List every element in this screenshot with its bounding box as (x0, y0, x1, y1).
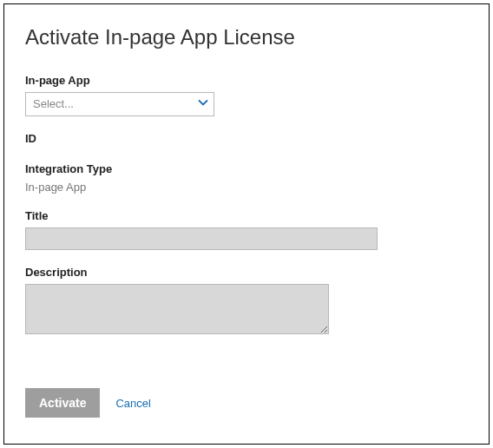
in-page-app-select-value[interactable]: Select... (25, 92, 214, 116)
description-input[interactable] (25, 284, 329, 334)
field-in-page-app: In-page App Select... (25, 74, 468, 116)
title-input[interactable] (25, 227, 378, 250)
title-label: Title (25, 209, 468, 222)
field-title: Title (25, 209, 468, 250)
in-page-app-label: In-page App (25, 74, 468, 87)
field-id: ID (25, 132, 468, 145)
form-actions: Activate Cancel (25, 388, 151, 418)
activate-button[interactable]: Activate (25, 388, 100, 418)
description-label: Description (25, 266, 468, 279)
field-description: Description (25, 266, 468, 338)
activate-license-panel: Activate In-page App License In-page App… (3, 3, 490, 445)
page-title: Activate In-page App License (25, 25, 468, 49)
id-label: ID (25, 132, 468, 145)
integration-type-label: Integration Type (25, 162, 468, 175)
field-integration-type: Integration Type In-page App (25, 162, 468, 194)
integration-type-value: In-page App (25, 181, 468, 194)
cancel-button[interactable]: Cancel (115, 397, 150, 410)
in-page-app-select[interactable]: Select... (25, 92, 214, 116)
